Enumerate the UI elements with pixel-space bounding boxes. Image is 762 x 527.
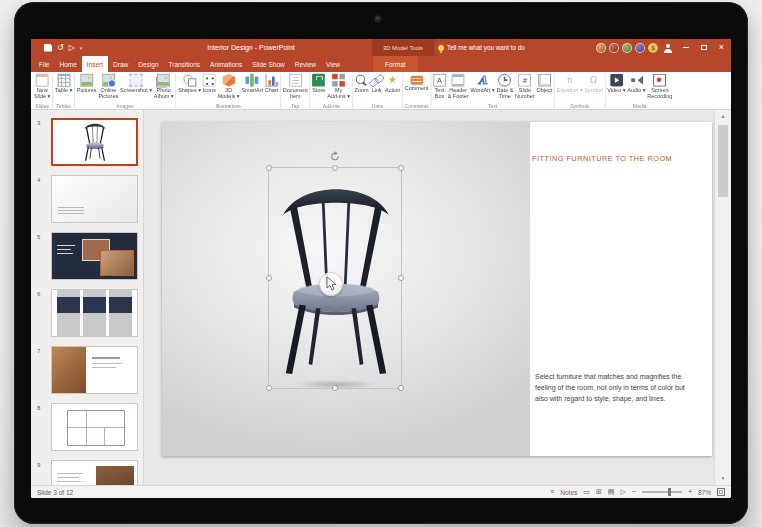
button-label: Object (536, 88, 552, 95)
screen-recording-button[interactable]: Screen Recording (646, 73, 673, 102)
tab-review[interactable]: Review (290, 56, 321, 72)
selection-handle[interactable] (266, 275, 272, 281)
slide-thumbnail-8[interactable]: 8 (31, 403, 144, 453)
vertical-scrollbar[interactable]: ▲ ▼ (714, 110, 731, 485)
slide-thumbnail-7[interactable]: 7 (31, 346, 144, 396)
selection-handle[interactable] (332, 165, 338, 171)
store-button[interactable]: Store (311, 73, 326, 95)
screen-recording-icon (653, 74, 666, 87)
avatar[interactable] (635, 43, 645, 53)
equation-button[interactable]: Equation ▾ (556, 73, 584, 95)
start-from-beginning-button[interactable]: ▷ (69, 44, 75, 52)
normal-view-icon[interactable]: ▭ (583, 486, 590, 498)
slide-thumbnail-6[interactable]: 6 (31, 289, 144, 339)
slide-body-text[interactable]: Select furniture that matches and magnif… (535, 372, 693, 405)
tab-view[interactable]: View (321, 56, 345, 72)
zoom-slider[interactable] (642, 491, 682, 493)
tab-animations[interactable]: Animations (205, 56, 247, 72)
scroll-up-icon[interactable]: ▲ (715, 110, 731, 123)
object-button[interactable]: Object (535, 73, 553, 95)
tab-file[interactable]: File (34, 56, 54, 72)
table-button[interactable]: Table ▾ (54, 73, 73, 95)
zoom-button[interactable]: Zoom (354, 73, 370, 95)
video-button[interactable]: Video ▾ (606, 73, 626, 95)
tab-insert[interactable]: Insert (82, 56, 108, 72)
smartart-button[interactable]: SmartArt (241, 73, 264, 95)
slide-thumbnail-9[interactable]: 9 (31, 460, 144, 485)
pictures-button[interactable]: Pictures (76, 73, 98, 95)
button-label: Screenshot ▾ (120, 88, 152, 95)
symbol-button[interactable]: Symbol (584, 73, 604, 95)
new-slide-button[interactable]: New Slide ▾ (33, 73, 51, 102)
group-label: Slides (35, 103, 49, 110)
close-button[interactable]: × (714, 39, 729, 56)
avatar[interactable] (609, 43, 619, 53)
fit-slide-to-window-icon[interactable] (717, 488, 725, 496)
save-button[interactable] (44, 44, 52, 52)
my-add-ins-button[interactable]: My Add-ins ▾ (326, 73, 351, 102)
zoom-slider-thumb[interactable] (668, 488, 671, 496)
3d-models-button[interactable]: 3D Models ▾ (217, 73, 241, 102)
slide-thumbnail-3[interactable]: 3 (31, 118, 144, 168)
tab-home[interactable]: Home (54, 56, 81, 72)
selection-handle[interactable] (266, 385, 272, 391)
shapes-button[interactable]: Shapes ▾ (177, 73, 202, 95)
selection-handle[interactable] (398, 275, 404, 281)
customize-qat-button[interactable]: ▾ (80, 45, 83, 51)
screen: ↺ ▷ ▾ Interior Design - PowerPoint 3D Mo… (31, 39, 731, 498)
tab-design[interactable]: Design (133, 56, 163, 72)
action-button[interactable]: Action (384, 73, 401, 95)
icons-button[interactable]: Icons (202, 73, 217, 95)
dollar-badge-icon[interactable]: $ (648, 43, 658, 53)
group-divider (310, 74, 311, 109)
tab-transitions[interactable]: Transitions (164, 56, 206, 72)
tab-format[interactable]: Format (373, 56, 418, 72)
selection-handle[interactable] (266, 165, 272, 171)
group-label: Symbols (570, 103, 589, 110)
date-time-button[interactable]: Date & Time (496, 73, 515, 102)
screenshot-button[interactable]: Screenshot ▾ (119, 73, 153, 95)
slide-sorter-icon[interactable]: ⊞ (596, 486, 602, 498)
zoom-out-icon[interactable]: − (632, 486, 636, 498)
share-icon[interactable] (663, 43, 673, 53)
slide-image-region[interactable] (162, 122, 530, 456)
audio-button[interactable]: Audio ▾ (626, 73, 646, 95)
link-button[interactable]: Link (370, 73, 385, 95)
video-icon (610, 74, 623, 87)
zoom-in-icon[interactable]: + (688, 486, 692, 498)
document-item-button[interactable]: Document Item (282, 73, 309, 102)
comment-button[interactable]: Comment (404, 73, 430, 93)
tab-draw[interactable]: Draw (108, 56, 133, 72)
notes-icon[interactable]: ≡ (550, 486, 554, 498)
slide-number-button[interactable]: Slide Number (514, 73, 535, 102)
selection-handle[interactable] (398, 165, 404, 171)
online-pictures-button[interactable]: Online Pictures (98, 73, 120, 102)
avatar[interactable] (596, 43, 606, 53)
scroll-down-icon[interactable]: ▼ (715, 472, 731, 485)
tell-me-input[interactable]: Tell me what you want to do (438, 39, 525, 56)
ribbon: New Slide ▾ Slides Table ▾ Tables Pictur… (31, 72, 731, 110)
selection-handle[interactable] (398, 385, 404, 391)
avatar[interactable] (622, 43, 632, 53)
slide-thumbnail-5[interactable]: 5 (31, 232, 144, 282)
wordart-button[interactable]: WordArt ▾ (470, 73, 496, 95)
undo-button[interactable]: ↺ (57, 44, 64, 52)
tab-slide-show[interactable]: Slide Show (247, 56, 290, 72)
slide-title-text[interactable]: FITTING FURNITURE TO THE ROOM (532, 154, 708, 163)
minimize-button[interactable] (678, 39, 693, 56)
header-footer-button[interactable]: Header & Footer (447, 73, 470, 102)
photo-album-button[interactable]: Photo Album ▾ (153, 73, 175, 102)
titlebar-right-cluster: $ × (596, 39, 729, 56)
reading-view-icon[interactable]: ▤ (608, 486, 615, 498)
notes-button[interactable]: Notes (560, 489, 577, 496)
zoom-level[interactable]: 87% (698, 489, 711, 496)
rotate-handle-icon[interactable] (330, 151, 341, 162)
slideshow-icon[interactable]: ▷ (620, 486, 625, 498)
selection-handle[interactable] (332, 385, 338, 391)
scrollbar-thumb[interactable] (718, 125, 728, 197)
chart-button[interactable]: Chart (264, 73, 279, 95)
group-label: Images (117, 103, 133, 110)
slide-thumbnail-4[interactable]: 4 (31, 175, 144, 225)
text-box-button[interactable]: Text Box (432, 73, 447, 102)
restore-button[interactable] (696, 39, 711, 56)
